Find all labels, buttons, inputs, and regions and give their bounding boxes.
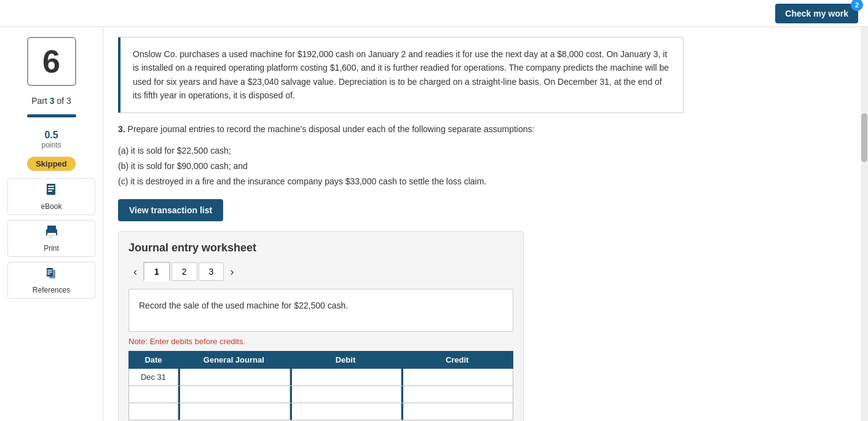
part-progress-bar — [27, 114, 76, 117]
part-highlight: 3 — [50, 96, 55, 106]
credit-input-2[interactable] — [404, 390, 510, 399]
header-credit: Credit — [401, 352, 513, 369]
credit-input-1[interactable] — [404, 373, 510, 382]
references-label: References — [33, 286, 70, 294]
content-area: Onslow Co. purchases a used machine for … — [103, 27, 861, 421]
ebook-icon — [44, 183, 59, 201]
assumption-c: (c) it is destroyed in a fire and the in… — [118, 174, 684, 189]
svg-rect-12 — [47, 272, 52, 273]
ebook-label: eBook — [41, 202, 61, 211]
svg-rect-7 — [49, 235, 55, 236]
references-icon — [44, 266, 59, 285]
worksheet-title: Journal entry worksheet — [128, 242, 513, 254]
worksheet-container: Journal entry worksheet ‹ 1 2 3 › Record… — [118, 231, 524, 421]
header-date: Date — [129, 352, 178, 369]
header-debit: Debit — [290, 352, 401, 369]
tab-3[interactable]: 3 — [199, 262, 224, 281]
svg-rect-3 — [48, 191, 52, 192]
debit-input-3[interactable] — [293, 407, 399, 417]
part-label: Part 3 of 3 — [31, 96, 71, 106]
debit-cell-2[interactable] — [290, 386, 401, 403]
question-instruction: 3. Prepare journal entries to record the… — [118, 123, 684, 136]
entry-cell-2[interactable] — [178, 386, 290, 403]
tab-1[interactable]: 1 — [143, 262, 170, 281]
credit-cell-2[interactable] — [401, 386, 513, 403]
badge-count: 2 — [851, 0, 863, 11]
svg-rect-11 — [47, 270, 52, 271]
check-my-work-button[interactable]: Check my work 2 — [775, 4, 858, 23]
view-transaction-button[interactable]: View transaction list — [118, 199, 223, 221]
scrollbar[interactable] — [861, 27, 868, 421]
view-transaction-label: View transaction list — [129, 205, 212, 215]
tab-prev-button[interactable]: ‹ — [128, 263, 142, 281]
check-my-work-label: Check my work — [785, 9, 848, 18]
date-cell-2 — [129, 386, 178, 403]
tab-row: ‹ 1 2 3 › — [128, 262, 513, 281]
svg-rect-13 — [47, 273, 50, 275]
print-icon — [44, 224, 59, 243]
tab-2[interactable]: 2 — [172, 262, 197, 281]
worksheet-description-text: Record the sale of the used machine for … — [139, 301, 348, 310]
entry-cell-1[interactable] — [178, 369, 290, 386]
note-text: Note: Enter debits before credits. — [128, 337, 513, 346]
svg-rect-1 — [48, 186, 54, 187]
ebook-action[interactable]: eBook — [7, 178, 95, 215]
worksheet-description: Record the sale of the used machine for … — [128, 289, 513, 332]
points-label: points — [41, 141, 61, 149]
sidebar-actions: eBook Print — [7, 178, 95, 299]
print-label: Print — [44, 244, 59, 253]
date-cell-1: Dec 31 — [129, 369, 178, 386]
part-text: Part — [31, 96, 47, 106]
points-value: 0.5 — [41, 130, 61, 141]
table-header-row: Date General Journal Debit Credit — [129, 352, 513, 369]
svg-rect-2 — [48, 188, 54, 189]
entry-cell-3[interactable] — [178, 403, 290, 420]
entry-input-3[interactable] — [181, 407, 287, 417]
credit-cell-3[interactable] — [401, 403, 513, 420]
question-instruction-text: Prepare journal entries to record the ma… — [128, 124, 535, 134]
entry-input-2[interactable] — [181, 390, 287, 399]
table-row — [129, 403, 513, 420]
points-section: 0.5 points — [41, 130, 61, 149]
assumption-b: (b) it is sold for $90,000 cash; and — [118, 159, 684, 174]
table-row: Dec 31 — [129, 369, 513, 386]
part-progress-fill — [27, 114, 76, 117]
debit-cell-3[interactable] — [290, 403, 401, 420]
tab-next-button[interactable]: › — [225, 263, 239, 281]
question-number: 6 — [42, 43, 60, 80]
header-general-journal: General Journal — [178, 352, 290, 369]
references-action[interactable]: References — [7, 262, 95, 299]
svg-rect-8 — [49, 237, 52, 238]
main-layout: 6 Part 3 of 3 0.5 points Skipped — [0, 27, 868, 421]
print-action[interactable]: Print — [7, 220, 95, 257]
part-suffix: of 3 — [57, 96, 71, 106]
table-row — [129, 386, 513, 403]
problem-box: Onslow Co. purchases a used machine for … — [118, 37, 684, 113]
debit-cell-1[interactable] — [290, 369, 401, 386]
journal-table: Date General Journal Debit Credit Dec 31 — [128, 351, 513, 420]
top-bar: Check my work 2 — [0, 0, 868, 27]
skipped-badge: Skipped — [27, 157, 76, 171]
assumptions-list: (a) it is sold for $22,500 cash; (b) it … — [118, 143, 684, 190]
debit-input-2[interactable] — [293, 390, 399, 399]
credit-input-3[interactable] — [404, 407, 510, 417]
assumption-a: (a) it is sold for $22,500 cash; — [118, 143, 684, 159]
problem-text: Onslow Co. purchases a used machine for … — [133, 47, 671, 103]
scrollbar-thumb[interactable] — [861, 113, 867, 162]
entry-input-1[interactable] — [181, 373, 287, 382]
debit-input-1[interactable] — [293, 373, 399, 382]
question-number-box: 6 — [27, 37, 76, 86]
sidebar: 6 Part 3 of 3 0.5 points Skipped — [0, 27, 103, 421]
date-cell-3 — [129, 403, 178, 420]
credit-cell-1[interactable] — [401, 369, 513, 386]
question-number-label: 3. — [118, 124, 125, 134]
